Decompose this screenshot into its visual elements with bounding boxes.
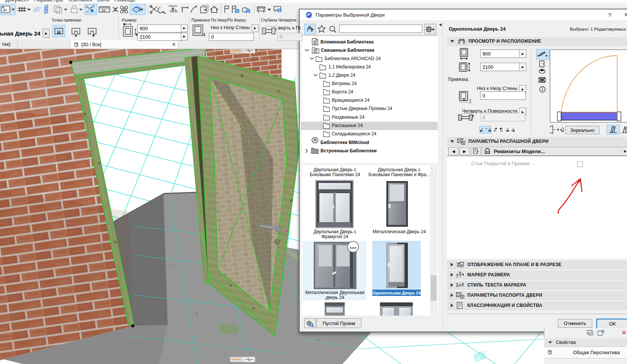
svg-text:e: e: [462, 272, 464, 275]
svg-text:Привязка По Низу/По Верху:: Привязка По Низу/По Верху:: [191, 18, 247, 22]
svg-text:12: 12: [102, 9, 105, 12]
svg-text:a: a: [123, 23, 125, 25]
svg-text:A: A: [458, 282, 462, 288]
svg-text:Точка привязки:: Точка привязки:: [51, 18, 82, 22]
svg-text:Размер:: Размер:: [122, 18, 137, 22]
svg-text:XY: XY: [3, 9, 7, 12]
svg-text:Глубина Четверти:: Глубина Четверти:: [261, 18, 297, 22]
svg-text:a: a: [456, 275, 458, 278]
